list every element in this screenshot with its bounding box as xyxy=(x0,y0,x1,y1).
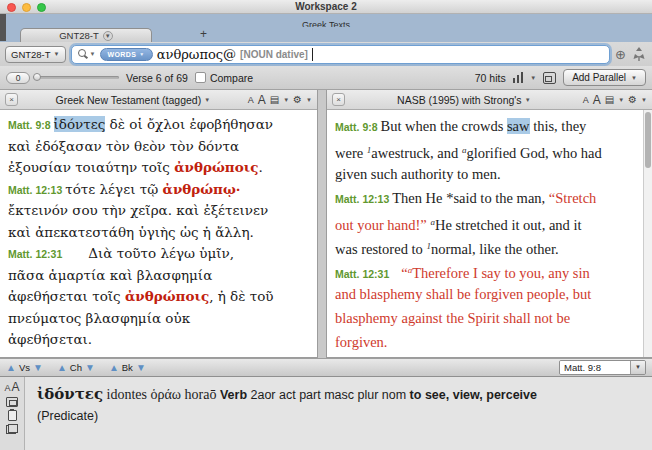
add-parallel-button[interactable]: Add Parallel ▼ xyxy=(563,69,646,86)
text-segment: given such authority to men. xyxy=(335,166,501,182)
verse-position-label: Verse 6 of 69 xyxy=(126,72,188,84)
tab-menu-icon[interactable]: ▼ xyxy=(103,31,113,41)
add-search-term-button[interactable]: ⊕ xyxy=(615,48,626,61)
search-options-chevron-icon[interactable]: ▼ xyxy=(90,51,96,57)
clipboard-icon[interactable] xyxy=(8,410,17,421)
add-tab-button[interactable]: + xyxy=(200,27,207,42)
gear-icon[interactable]: ⚙ xyxy=(293,94,302,105)
close-pane-icon[interactable]: × xyxy=(332,93,345,106)
selected-word: ἰδόντες xyxy=(54,116,106,132)
text-segment: καὶ ἀπεκατεστάθη ὑγιὴς ὡς ἡ ἄλλη. xyxy=(8,224,254,240)
previous-book-button[interactable]: ▲ xyxy=(109,362,119,374)
text-segment: and blasphemy shall be forgiven people, … xyxy=(335,286,591,302)
text-line: Matt. 9:8 ἰδόντες δὲ οἱ ὄχλοι ἐφοβήθησαν xyxy=(8,114,309,136)
text-line: blasphemy against the Spirit shall not b… xyxy=(335,306,644,330)
text-segment: was restored to xyxy=(335,241,426,257)
workspace-subtitle-bar: Greek Texts xyxy=(0,14,652,27)
text-segment: ἐξουσίαν τοιαύτην τοῖς xyxy=(8,159,174,175)
chevron-down-icon: ▼ xyxy=(204,97,210,103)
decrease-font-button[interactable]: A xyxy=(248,95,254,105)
text-segment: forgiven. xyxy=(335,334,388,350)
verse-reference: Matt. 12:31 xyxy=(335,268,389,280)
verse-bar: 0 Verse 6 of 69 Compare 70 hits ▼ Add Pa… xyxy=(0,66,652,90)
nav-group-book: ▲ Bk ▼ xyxy=(109,362,146,374)
text-segment: δὲ οἱ ὄχλοι ἐφοβήθησαν xyxy=(105,116,273,132)
text-line: ἰδόντες idontes ὁράω horaō Verb 2aor act… xyxy=(37,388,537,423)
window-edge xyxy=(0,14,6,41)
minimize-window-button[interactable] xyxy=(22,3,31,12)
display-settings-icon[interactable]: ▤ xyxy=(270,94,279,105)
text-segment: , ἡ δὲ τοῦ xyxy=(209,288,273,304)
details-chart-icon[interactable] xyxy=(513,72,524,83)
text-line: καὶ ἀπεκατεστάθη ὑγιὴς ὡς ἡ ἄλλη. xyxy=(8,222,309,244)
search-icon[interactable] xyxy=(77,49,88,60)
go-to-reference-combo[interactable]: Matt. 9:8 ▼ xyxy=(559,360,646,375)
chevron-down-icon[interactable]: ▼ xyxy=(530,75,536,81)
verse-reference: Matt. 12:13 xyxy=(8,184,65,196)
search-input[interactable]: ▼ WORDS ▼ ανθρωπος@ [NOUN dative] xyxy=(71,45,611,64)
nasb-pane-title[interactable]: NASB (1995) with Strong's xyxy=(397,94,522,106)
instant-details-pane: A A ἰδόντες idontes ὁράω horaō Verb 2aor… xyxy=(0,376,652,450)
greek-pane-title[interactable]: Greek New Testament (tagged) xyxy=(55,94,201,106)
text-segment: were xyxy=(335,145,367,161)
greek-text-content[interactable]: Matt. 9:8 ἰδόντες δὲ οἱ ὄχλοι ἐφοβήθησαν… xyxy=(0,110,317,357)
increase-font-button[interactable]: A xyxy=(258,93,266,107)
close-pane-icon[interactable]: × xyxy=(5,93,18,106)
text-segment: glorified God, who had xyxy=(466,145,601,161)
display-settings-icon[interactable]: ▤ xyxy=(605,94,614,105)
close-window-button[interactable] xyxy=(7,3,16,12)
chevron-down-icon: ▼ xyxy=(618,97,624,103)
text-line: given such authority to men. xyxy=(335,162,644,186)
next-verse-button[interactable]: ▼ xyxy=(33,362,43,374)
compare-checkbox[interactable] xyxy=(195,72,206,83)
text-selector-button[interactable]: GNT28-T ▼ xyxy=(5,46,66,63)
previous-verse-button[interactable]: ▲ xyxy=(6,362,16,374)
text-segment: Therefore I say to you, any sin xyxy=(412,265,590,281)
increase-font-button[interactable]: A xyxy=(593,93,601,107)
text-line: πᾶσα ἁμαρτία καὶ βλασφημία xyxy=(8,265,309,287)
chevron-down-icon: ▼ xyxy=(54,51,60,57)
text-line: Matt. 12:13 Then He *said to the man, “S… xyxy=(335,186,644,210)
next-chapter-button[interactable]: ▼ xyxy=(85,362,95,374)
previous-chapter-button[interactable]: ▲ xyxy=(57,362,67,374)
context-slider-thumb[interactable] xyxy=(33,73,41,81)
accordance-workspace-window: Workspace 2 Greek Texts GNT28-T ▼ + GNT2… xyxy=(0,0,652,450)
research-icon[interactable] xyxy=(631,46,647,62)
zoom-window-button[interactable] xyxy=(37,3,46,12)
hits-count-label: 70 hits xyxy=(475,72,506,84)
text-segment: blasphemy against the Spirit shall not b… xyxy=(335,310,570,326)
text-line: Matt. 12:31“aTherefore I say to you, any… xyxy=(335,258,644,282)
text-line: were 1awestruck, and aglorified God, who… xyxy=(335,138,644,162)
details-tool-strip: A A xyxy=(0,377,25,450)
open-in-window-icon[interactable] xyxy=(6,397,18,407)
context-slider[interactable] xyxy=(33,76,119,79)
text-segment: ὁράω xyxy=(150,387,184,402)
search-toolbar: GNT28-T ▼ ▼ WORDS ▼ ανθρωπος@ [NOUN dati… xyxy=(0,42,652,66)
add-parallel-label: Add Parallel xyxy=(572,72,626,83)
nasb-pane-header: × NASB (1995) with Strong's ▼ A A ▤▼ ⚙▼ xyxy=(327,90,652,110)
text-browser-icon[interactable] xyxy=(543,72,556,84)
vertical-scrollbar[interactable] xyxy=(643,110,652,357)
text-line: ἐξουσίαν τοιαύτην τοῖς ἀνθρώποις. xyxy=(8,157,309,179)
nav-label-ch: Ch xyxy=(70,362,82,373)
decrease-font-button[interactable]: A xyxy=(583,95,589,105)
hit-word: ἀνθρώπῳ· xyxy=(163,181,241,197)
nasb-text-content[interactable]: Matt. 9:8 But when the crowds saw this, … xyxy=(327,110,652,357)
verse-reference: Matt. 12:13 xyxy=(335,193,392,205)
text-segment: καὶ ἐδόξασαν τὸν θεὸν τὸν δόντα xyxy=(8,138,239,154)
gear-icon[interactable]: ⚙ xyxy=(628,94,637,105)
text-segment: “Stretch xyxy=(549,190,597,206)
increase-font-button[interactable]: A xyxy=(12,380,20,394)
scope-pill-words[interactable]: WORDS ▼ xyxy=(100,48,153,61)
text-segment: He stretched it out, and it xyxy=(435,217,582,233)
decrease-font-button[interactable]: A xyxy=(4,383,10,393)
reference-dropdown-button[interactable]: ▼ xyxy=(630,361,645,374)
scrollbar-thumb[interactable] xyxy=(645,112,651,168)
chevron-down-icon: ▼ xyxy=(641,97,647,103)
tab-strip: GNT28-T ▼ + xyxy=(0,27,652,42)
reference-field[interactable]: Matt. 9:8 xyxy=(560,361,630,374)
text-line: was restored to 1normal, like the other. xyxy=(335,234,644,258)
tab-gnt28t[interactable]: GNT28-T ▼ xyxy=(20,28,152,42)
stack-windows-icon[interactable] xyxy=(6,424,18,434)
next-book-button[interactable]: ▼ xyxy=(136,362,146,374)
